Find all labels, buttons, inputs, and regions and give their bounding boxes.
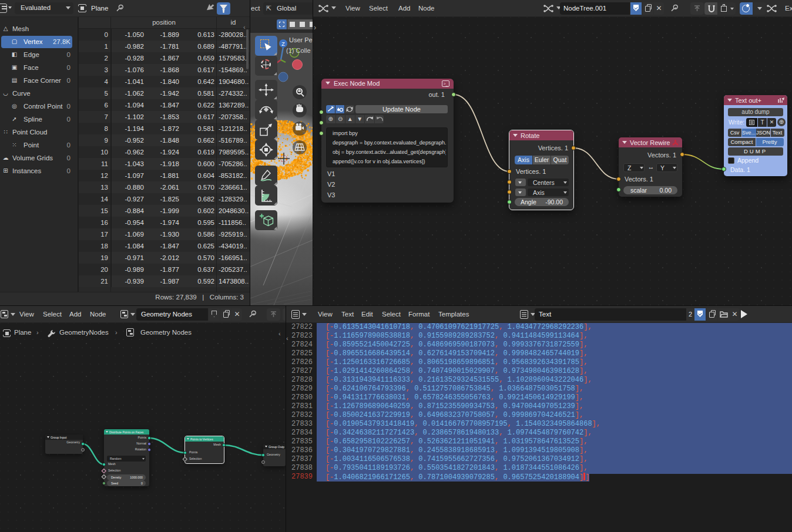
svg-text:Z: Z bbox=[281, 41, 285, 47]
